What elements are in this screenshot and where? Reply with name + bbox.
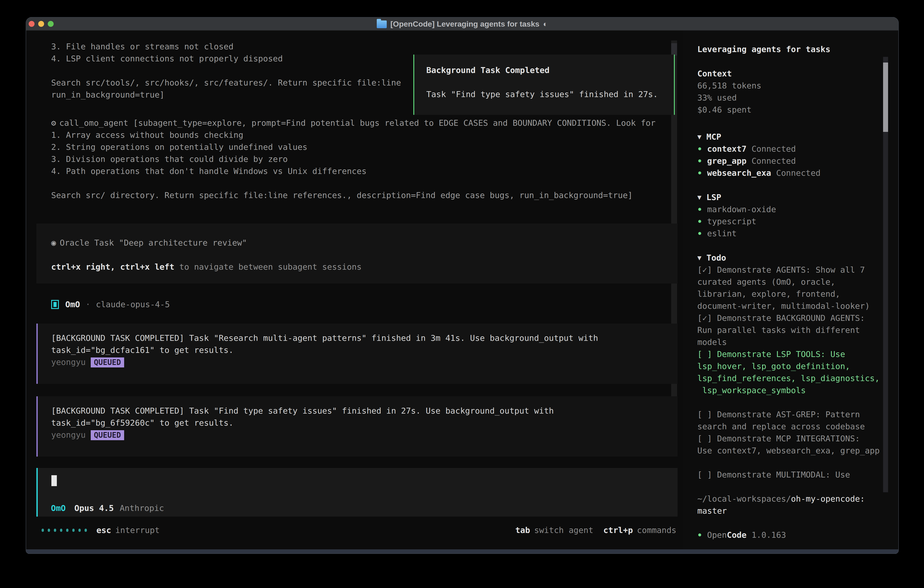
scrollback-line: Search src/tools/, src/hooks/, src/featu…	[51, 77, 401, 89]
workspace-repo: oh-my-opencode:	[791, 494, 865, 504]
lsp-header-label: LSP	[706, 191, 721, 203]
context-section: Context 66,518 tokens 33% used $0.46 spe…	[697, 68, 878, 116]
todo-line: lsp_find_references, lsp_diagnostics,	[697, 372, 878, 384]
background-task-toast: Background Task Completed Task "Find typ…	[413, 55, 675, 115]
tool-call-text: call_omo_agent [subagent_type=explore, p…	[59, 118, 656, 127]
todo-section-header[interactable]: ▼ Todo	[697, 252, 878, 264]
todo-header-label: Todo	[706, 252, 726, 264]
window-title-text: [OpenCode] Leveraging agents for tasks	[390, 20, 540, 28]
tool-call-line: Search src/ directory. Return specific f…	[51, 189, 655, 201]
gear-icon: ⚙	[51, 118, 56, 127]
text-cursor	[51, 475, 57, 486]
task-owner: yeongyu	[51, 357, 86, 367]
task-line1: [BACKGROUND TASK COMPLETED] Task "Find t…	[51, 405, 678, 417]
oracle-title-line: ◉Oracle Task "Deep architecture review"	[51, 237, 678, 249]
mcp-item: grep_appConnected	[697, 155, 878, 167]
tab-key-hint: tab	[515, 525, 530, 535]
statusbar: esc interrupt tab switch agent ctrl+p co…	[41, 524, 676, 536]
agent-name: OmO	[65, 298, 80, 311]
tool-call-line: 4. Path operations that don't handle Win…	[51, 165, 655, 177]
mcp-item-name: websearch_exa	[707, 167, 771, 179]
status-dot-icon	[698, 232, 701, 235]
mcp-header-label: MCP	[706, 131, 721, 143]
tool-call-line: ⚙call_omo_agent [subagent_type=explore, …	[51, 117, 655, 129]
session-title-wrap: Leveraging agents for tasks	[697, 43, 878, 55]
ctrlp-key-label: commands	[637, 525, 676, 535]
lsp-item-name: typescript	[707, 215, 756, 227]
sidebar-scrollbar[interactable]	[883, 57, 888, 492]
workspace-path-prefix: ~/local-workspaces/	[697, 494, 791, 504]
status-dot-icon	[698, 533, 701, 537]
scrollback-text: 3. File handles or streams not closed 4.…	[51, 40, 401, 101]
mcp-item-status: Connected	[776, 167, 820, 179]
workspace-branch: master	[697, 505, 878, 517]
main-scrollbar-thumb-top[interactable]	[671, 43, 677, 56]
prompt-input[interactable]: OmO Opus 4.5 Anthropic	[36, 468, 678, 517]
todo-line: [ ] Demonstrate MCP INTEGRATIONS:	[697, 433, 878, 444]
mcp-item-status: Connected	[751, 155, 796, 167]
todo-line: lsp_workspace_symbols	[697, 384, 878, 396]
status-dot-icon	[698, 172, 701, 174]
chevron-down-icon: ▼	[697, 252, 701, 264]
todo-line: [ ] Demonstrate LSP TOOLS: Use	[697, 348, 878, 360]
folder-icon	[377, 20, 387, 28]
tool-call-line: 1. Array access without bounds checking	[51, 129, 655, 141]
session-sidebar[interactable]: Leveraging agents for tasks Context 66,5…	[683, 31, 899, 549]
context-used: 33% used	[697, 92, 878, 104]
context-header: Context	[697, 68, 878, 79]
task-owner-line: yeongyuQUEUED	[51, 356, 678, 368]
background-task-message: [BACKGROUND TASK COMPLETED] Task "Find t…	[36, 396, 678, 457]
session-title: Leveraging agents for tasks	[697, 43, 878, 55]
tool-call-line: 2. String operations on potentially unde…	[51, 141, 655, 153]
status-dot-icon	[698, 208, 701, 211]
call-omo-agent-block: ⚙call_omo_agent [subagent_type=explore, …	[51, 117, 655, 201]
todo-line: [✓] Demonstrate AGENTS: Show all 7	[697, 264, 878, 276]
statusbar-right: tab switch agent ctrl+p commands	[515, 525, 676, 535]
agent-session-header: OmO · claude-opus-4-5	[51, 298, 170, 311]
todo-line: librarian, explore, frontend,	[697, 288, 878, 300]
lsp-section: ▼ LSP markdown-oxide typescript eslint	[697, 191, 878, 239]
lsp-section-header[interactable]: ▼ LSP	[697, 191, 878, 203]
mcp-item-status: Connected	[751, 143, 796, 155]
window-bottom-edge	[26, 549, 899, 554]
queued-badge: QUEUED	[91, 430, 124, 440]
oracle-hint-keys: ctrl+x right, ctrl+x left	[51, 262, 174, 271]
input-model-name[interactable]: Opus 4.5	[74, 502, 114, 514]
tool-call-line: 3. Division operations that could divide…	[51, 153, 655, 165]
sidebar-scrollbar-thumb[interactable]	[883, 63, 888, 132]
todo-section-header-wrap: ▼ Todo	[697, 252, 878, 264]
input-agent-name: OmO	[51, 502, 66, 514]
todo-line: [ ] Demonstrate MULTIMODAL: Use	[697, 469, 878, 481]
titlebar[interactable]: [OpenCode] Leveraging agents for tasks ◐	[26, 17, 899, 31]
todo-line: curated agents (OmO, oracle,	[697, 276, 878, 288]
queued-badge: QUEUED	[91, 357, 124, 367]
todo-line: lsp_hover, lsp_goto_definition,	[697, 360, 878, 372]
oracle-icon: ◉	[51, 238, 56, 248]
workspace-path-line: ~/local-workspaces/oh-my-opencode:	[697, 493, 878, 505]
todo-item-active: [ ] Demonstrate LSP TOOLS: Use lsp_hover…	[697, 348, 878, 396]
task-line2: task_id="bg_6f59260c" to get results.	[51, 417, 678, 429]
oracle-task-card: ◉Oracle Task "Deep architecture review" …	[36, 223, 678, 284]
todo-line: [ ] Demonstrate AST-GREP: Pattern	[697, 408, 878, 420]
version-number: 1.0.163	[751, 529, 786, 541]
scrollback-line: 4. LSP client connections not properly d…	[51, 53, 401, 64]
esc-key-hint: esc	[96, 525, 111, 535]
oracle-hint-rest: to navigate between subagent sessions	[174, 262, 362, 271]
version-line: OpenCode1.0.163	[697, 529, 878, 541]
chevron-down-icon: ▼	[697, 131, 701, 143]
ctrlp-key-hint: ctrl+p	[604, 525, 633, 535]
task-owner-line: yeongyuQUEUED	[51, 429, 678, 441]
workspace-path: ~/local-workspaces/oh-my-opencode: maste…	[697, 493, 878, 517]
mcp-item-name: context7	[707, 143, 746, 155]
todo-line: Run parallel tasks with different	[697, 324, 878, 336]
window-title: [OpenCode] Leveraging agents for tasks ◐	[26, 18, 899, 30]
task-owner: yeongyu	[51, 430, 86, 439]
todo-line: [✓] Demonstrate BACKGROUND AGENTS:	[697, 312, 878, 324]
mcp-section-header[interactable]: ▼ MCP	[697, 131, 878, 143]
status-dot-icon	[698, 147, 701, 150]
oracle-spacer	[51, 249, 678, 261]
version-name-prefix: Open	[707, 529, 727, 541]
spinner-dots	[41, 529, 87, 532]
mcp-item-name: grep_app	[707, 155, 746, 167]
progress-half-circle-icon: ◐	[543, 20, 548, 28]
